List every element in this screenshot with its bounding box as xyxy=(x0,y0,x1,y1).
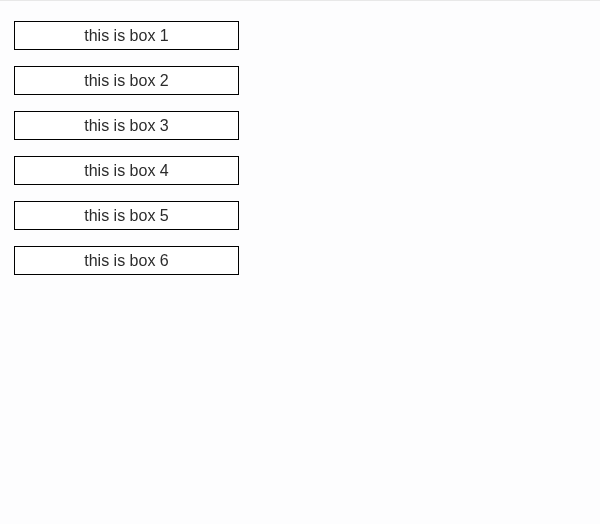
box-item: this is box 2 xyxy=(14,66,239,95)
box-list: this is box 1 this is box 2 this is box … xyxy=(14,21,600,275)
box-item: this is box 4 xyxy=(14,156,239,185)
box-item: this is box 3 xyxy=(14,111,239,140)
box-item: this is box 5 xyxy=(14,201,239,230)
box-label: this is box 4 xyxy=(84,162,168,180)
box-label: this is box 1 xyxy=(84,27,168,45)
box-item: this is box 1 xyxy=(14,21,239,50)
box-label: this is box 5 xyxy=(84,207,168,225)
box-label: this is box 6 xyxy=(84,252,168,270)
box-item: this is box 6 xyxy=(14,246,239,275)
box-label: this is box 2 xyxy=(84,72,168,90)
box-label: this is box 3 xyxy=(84,117,168,135)
